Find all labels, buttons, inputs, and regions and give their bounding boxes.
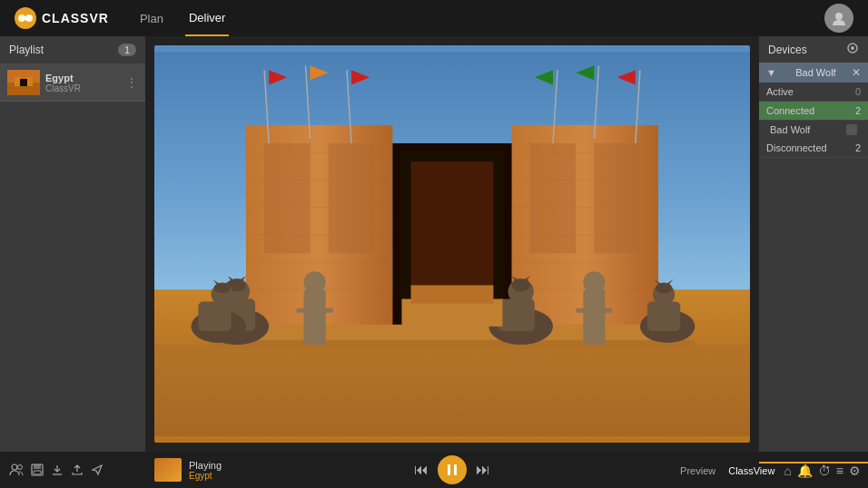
svg-rect-66	[411, 285, 494, 303]
playlist-item-menu[interactable]: ⋮	[125, 75, 138, 90]
top-navigation: CLASSVR Plan Deliver	[0, 0, 868, 36]
svg-point-68	[851, 46, 854, 50]
logo-text: CLASSVR	[42, 11, 109, 25]
devices-label: Devices	[768, 44, 807, 56]
device-item-badwolf[interactable]: Bad Wolf	[759, 121, 868, 139]
left-sidebar: Playlist 1 Egypt ClassVR ⋮	[0, 36, 145, 452]
active-label: Active	[766, 86, 794, 97]
playlist-header: Playlist 1	[0, 36, 145, 64]
clock-icon[interactable]: ⏱	[818, 464, 831, 478]
playlist-item[interactable]: Egypt ClassVR ⋮	[0, 64, 145, 102]
svg-rect-19	[264, 143, 310, 253]
svg-rect-55	[576, 308, 585, 313]
svg-rect-48	[324, 308, 333, 313]
svg-rect-20	[329, 143, 374, 253]
svg-point-46	[304, 271, 326, 293]
svg-rect-56	[604, 308, 613, 313]
people-icon[interactable]	[9, 464, 24, 476]
disconnected-label: Disconnected	[766, 142, 827, 153]
connected-count: 2	[855, 105, 861, 116]
device-category-connected: Connected 2	[759, 102, 868, 121]
svg-point-69	[12, 464, 17, 470]
svg-rect-76	[454, 464, 457, 475]
svg-rect-73	[34, 471, 41, 474]
svg-rect-45	[304, 289, 326, 345]
left-toolbar	[0, 464, 145, 476]
playlist-item-subtitle: ClassVR	[45, 83, 120, 93]
bottom-bar: Playing Egypt ⏮ ⏭ Preview ClassView ⌂ 🔔 …	[0, 452, 868, 488]
device-category-active: Active 0	[759, 83, 868, 102]
svg-point-3	[835, 13, 843, 20]
skip-forward-button[interactable]: ⏭	[476, 462, 490, 478]
egypt-scene	[154, 45, 750, 443]
device-category-disconnected: Disconnected 2	[759, 139, 868, 158]
svg-rect-75	[448, 464, 450, 475]
download-icon[interactable]	[51, 464, 64, 476]
device-item-name: Bad Wolf	[770, 124, 810, 135]
playlist-item-title: Egypt	[45, 73, 120, 83]
right-sidebar: Devices ▼ Bad Wolf ✕ Active 0 Connected …	[759, 36, 868, 452]
filter-icon[interactable]: ≡	[836, 464, 843, 478]
now-playing-thumbnail	[154, 458, 182, 482]
playlist-label: Playlist	[9, 44, 44, 56]
svg-rect-40	[210, 340, 695, 349]
devices-header: Devices	[759, 36, 868, 63]
user-avatar[interactable]	[824, 4, 853, 33]
logo-icon	[15, 7, 36, 29]
skip-back-button[interactable]: ⏮	[414, 462, 429, 478]
center-viewer	[145, 36, 759, 452]
svg-rect-47	[296, 308, 305, 313]
play-pause-button[interactable]	[438, 455, 467, 484]
svg-point-60	[656, 282, 672, 293]
playback-controls: ⏮ ⏭	[414, 455, 490, 484]
now-playing: Playing Egypt	[154, 458, 222, 482]
now-playing-title: Egypt	[189, 471, 222, 481]
settings-icon[interactable]: ⚙	[849, 464, 861, 478]
center-playback: Playing Egypt ⏮ ⏭	[145, 455, 759, 484]
device-group-row[interactable]: ▼ Bad Wolf ✕	[759, 63, 868, 83]
svg-rect-28	[530, 143, 576, 253]
save-icon[interactable]	[31, 464, 44, 476]
main-content: Playlist 1 Egypt ClassVR ⋮	[0, 36, 868, 452]
svg-point-54	[583, 271, 605, 293]
svg-rect-11	[154, 345, 750, 436]
nav-deliver[interactable]: Deliver	[185, 0, 229, 36]
device-color-indicator	[846, 124, 857, 135]
now-playing-status: Playing	[189, 460, 222, 471]
right-playback-controls: Preview ClassView ⌂ 🔔 ⏱ ≡ ⚙	[759, 462, 868, 478]
connected-label: Connected	[766, 105, 814, 116]
svg-point-64	[214, 282, 231, 293]
active-count: 0	[855, 86, 861, 97]
group-arrow-icon: ▼	[766, 67, 776, 78]
svg-rect-50	[498, 299, 534, 331]
now-playing-info: Playing Egypt	[189, 460, 222, 481]
bell-icon[interactable]: 🔔	[797, 464, 813, 478]
playlist-thumbnail	[7, 70, 40, 95]
upload-icon[interactable]	[71, 464, 84, 476]
playlist-count: 1	[118, 44, 136, 56]
home-icon[interactable]: ⌂	[784, 464, 791, 478]
send-icon[interactable]	[91, 464, 104, 476]
group-name: Bad Wolf	[795, 67, 835, 78]
svg-rect-8	[20, 79, 27, 86]
devices-settings-icon[interactable]	[846, 42, 859, 57]
group-close-button[interactable]: ✕	[852, 66, 861, 79]
svg-rect-2	[21, 16, 30, 20]
svg-point-52	[512, 278, 530, 291]
svg-rect-29	[594, 143, 639, 253]
nav-plan[interactable]: Plan	[136, 0, 167, 36]
disconnected-count: 2	[855, 142, 861, 153]
svg-rect-62	[198, 302, 231, 331]
playlist-item-info: Egypt ClassVR	[45, 73, 120, 93]
svg-rect-72	[34, 464, 41, 469]
svg-rect-53	[583, 289, 605, 345]
svg-rect-58	[647, 302, 680, 331]
logo: CLASSVR	[15, 7, 109, 29]
svg-point-70	[18, 465, 23, 470]
